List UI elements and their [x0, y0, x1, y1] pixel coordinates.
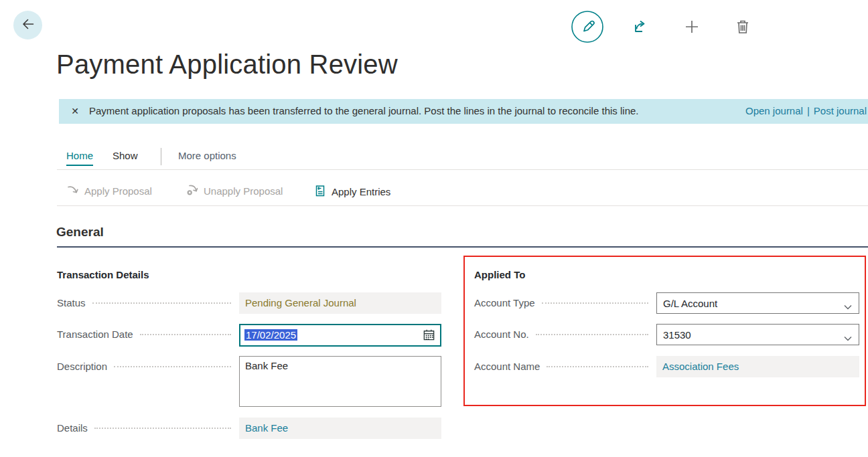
tab-divider: [161, 148, 161, 165]
open-journal-link[interactable]: Open journal: [745, 105, 803, 116]
apply-entries-icon: [313, 184, 326, 199]
transaction-date-row: Transaction Date 17/02/2025: [57, 324, 441, 347]
dotted-leader: [536, 334, 648, 335]
notification-bar: ✕ Payment application proposals has been…: [59, 99, 868, 124]
account-name-label: Account Name: [474, 356, 540, 377]
transaction-date-value: 17/02/2025: [244, 329, 297, 341]
dotted-leader: [94, 428, 231, 429]
link-separator: |: [803, 105, 814, 116]
account-type-row: Account Type G/L Account: [474, 292, 859, 314]
dotted-leader: [92, 302, 231, 304]
dotted-leader: [547, 366, 648, 367]
actionbar-divider-line: [57, 205, 868, 206]
details-field: Bank Fee: [239, 418, 441, 439]
apply-entries-button[interactable]: Apply Entries: [313, 184, 390, 199]
description-label: Description: [57, 356, 107, 377]
delete-button[interactable]: [733, 17, 752, 36]
unapply-proposal-icon: [186, 184, 198, 198]
account-name-row: Account Name Association Fees: [474, 356, 859, 377]
status-field: Pending General Journal: [239, 292, 441, 314]
share-icon: [630, 28, 649, 38]
applied-to-heading: Applied To: [474, 269, 525, 280]
section-general-underline: [57, 246, 868, 248]
payment-application-review-page: Payment Application Review ✕ Payment app…: [0, 0, 868, 457]
description-input[interactable]: Bank Fee: [239, 356, 441, 407]
plus-icon: [682, 28, 701, 38]
dotted-leader: [542, 302, 648, 304]
apply-proposal-icon: [67, 184, 79, 197]
apply-entries-label: Apply Entries: [332, 186, 390, 197]
account-no-value: 31530: [663, 329, 691, 341]
trash-icon: [733, 28, 752, 38]
dotted-leader: [114, 366, 231, 367]
close-icon[interactable]: ✕: [68, 104, 82, 118]
apply-proposal-button[interactable]: Apply Proposal: [67, 184, 152, 197]
details-value-link[interactable]: Bank Fee: [245, 422, 288, 434]
account-type-dropdown[interactable]: G/L Account: [656, 292, 859, 314]
notification-message: Payment application proposals has been t…: [89, 105, 639, 116]
new-button[interactable]: [682, 17, 701, 36]
dotted-leader: [140, 334, 231, 335]
account-no-row: Account No. 31530: [474, 324, 859, 345]
edit-button[interactable]: [571, 10, 604, 43]
account-type-label: Account Type: [474, 292, 535, 314]
details-row: Details Bank Fee: [57, 418, 441, 439]
calendar-icon[interactable]: [421, 328, 436, 343]
status-value: Pending General Journal: [245, 297, 356, 308]
status-row: Status Pending General Journal: [57, 292, 441, 314]
status-label: Status: [57, 292, 86, 314]
post-journal-link[interactable]: Post journal: [814, 105, 867, 116]
arrow-left-icon: [20, 16, 36, 34]
transaction-date-input[interactable]: 17/02/2025: [239, 324, 441, 347]
section-general-title[interactable]: General: [56, 225, 104, 240]
details-label: Details: [57, 418, 88, 439]
account-no-dropdown[interactable]: 31530: [656, 324, 859, 345]
pencil-icon: [571, 35, 604, 45]
share-button[interactable]: [630, 17, 649, 36]
account-type-value: G/L Account: [663, 298, 717, 309]
transaction-details-heading: Transaction Details: [57, 269, 149, 280]
unapply-proposal-button[interactable]: Unapply Proposal: [186, 184, 283, 198]
tab-home[interactable]: Home: [66, 150, 93, 166]
account-name-value-link[interactable]: Association Fees: [662, 361, 739, 372]
tabs-divider-line: [57, 169, 868, 170]
unapply-proposal-label: Unapply Proposal: [204, 185, 283, 197]
description-row: Description Bank Fee: [57, 356, 441, 407]
transaction-date-label: Transaction Date: [57, 324, 133, 345]
apply-proposal-label: Apply Proposal: [84, 185, 152, 197]
account-no-label: Account No.: [474, 324, 529, 345]
page-title: Payment Application Review: [56, 50, 398, 80]
tab-show[interactable]: Show: [113, 150, 138, 161]
notification-links: Open journal|Post journal: [745, 105, 867, 116]
more-options-button[interactable]: More options: [178, 150, 236, 161]
chevron-down-icon: [843, 330, 853, 351]
back-button[interactable]: [13, 11, 42, 39]
chevron-down-icon: [843, 298, 853, 320]
account-name-field: Association Fees: [656, 356, 859, 377]
